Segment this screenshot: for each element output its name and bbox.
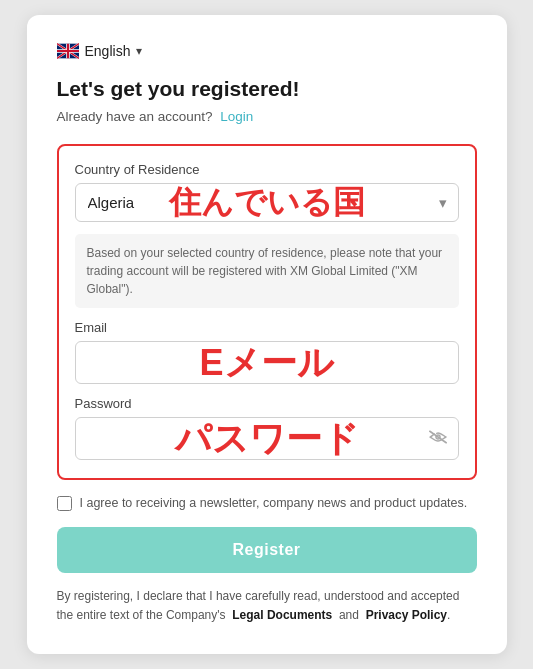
password-label: Password — [75, 396, 459, 411]
legal-text-2: and — [339, 608, 359, 622]
flag-icon — [57, 43, 79, 59]
chevron-down-icon: ▾ — [136, 44, 142, 58]
email-input[interactable] — [75, 341, 459, 384]
language-label: English — [85, 43, 131, 59]
newsletter-row: I agree to receiving a newsletter, compa… — [57, 494, 477, 513]
password-section: Password パスワード — [75, 396, 459, 460]
country-select[interactable]: Algeria Japan United States United Kingd… — [75, 183, 459, 222]
main-form-section: Country of Residence Algeria Japan Unite… — [57, 144, 477, 480]
legal-documents-link[interactable]: Legal Documents — [232, 608, 332, 622]
password-input[interactable] — [75, 417, 459, 460]
register-button[interactable]: Register — [57, 527, 477, 573]
newsletter-checkbox[interactable] — [57, 496, 72, 511]
country-select-wrapper: Algeria Japan United States United Kingd… — [75, 183, 459, 222]
country-label: Country of Residence — [75, 162, 459, 177]
email-label: Email — [75, 320, 459, 335]
newsletter-label: I agree to receiving a newsletter, compa… — [80, 494, 468, 513]
language-selector[interactable]: English ▾ — [57, 43, 143, 59]
privacy-policy-link[interactable]: Privacy Policy — [366, 608, 447, 622]
legal-text-3: . — [447, 608, 450, 622]
login-link[interactable]: Login — [220, 109, 253, 124]
country-info-box: Based on your selected country of reside… — [75, 234, 459, 308]
email-section: Email Eメール — [75, 320, 459, 384]
email-input-wrapper: Eメール — [75, 341, 459, 384]
login-prompt: Already have an account? Login — [57, 109, 477, 124]
registration-card: English ▾ Let's get you registered! Alre… — [27, 15, 507, 653]
password-toggle-icon[interactable] — [429, 430, 447, 448]
password-input-wrapper: パスワード — [75, 417, 459, 460]
legal-text: By registering, I declare that I have ca… — [57, 587, 477, 625]
page-title: Let's get you registered! — [57, 77, 477, 101]
already-account-text: Already have an account? — [57, 109, 213, 124]
